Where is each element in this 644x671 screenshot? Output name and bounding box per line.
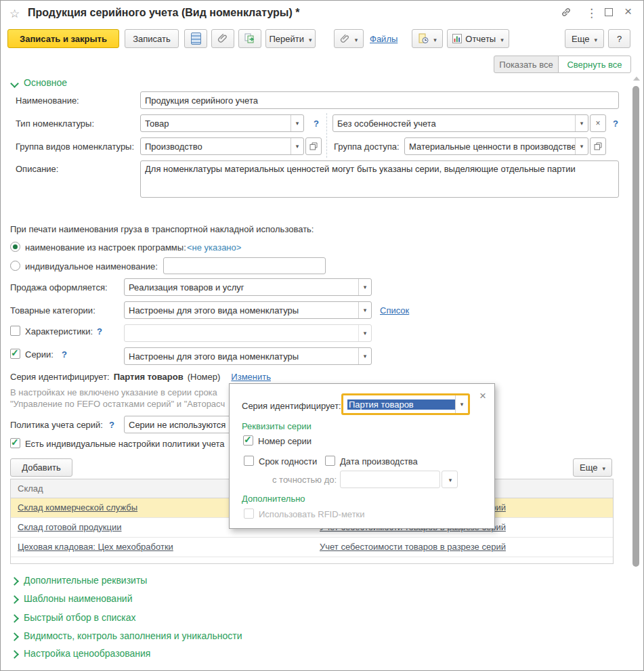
access-group-label: Группа доступа: [334, 142, 400, 152]
show-all-button[interactable]: Показать все [494, 56, 559, 73]
characteristics-help-icon[interactable]: ? [97, 326, 102, 337]
accounting-help-icon[interactable]: ? [613, 118, 618, 129]
section-additional-requisites[interactable]: Дополнительные реквизиты [24, 575, 147, 586]
section-expand-chevron-icon[interactable] [10, 650, 19, 659]
section-name-templates[interactable]: Шаблоны наименований [24, 593, 133, 604]
copy-create-based-button[interactable] [238, 29, 261, 48]
accounting-clear-button[interactable]: × [590, 114, 606, 132]
series-identifies-line: Серия идентифицирует: Партия товаров (Но… [10, 372, 271, 382]
cargo-radio-individual[interactable] [10, 261, 20, 271]
group-open-button[interactable] [305, 137, 322, 155]
series-note-line2: "Управление по FEFO остатками серий" и "… [10, 399, 225, 409]
type-combo[interactable]: Товар [140, 114, 304, 132]
categories-combo[interactable]: Настроены для этого вида номенклатуры [124, 301, 372, 319]
series-note-line1: В настройках не включено указание в сери… [10, 387, 217, 397]
warehouse-cell-link[interactable]: Цеховая кладовая: Цех мехобработки [18, 542, 173, 552]
warehouse-cell-link[interactable]: Склад коммерческой службы [18, 502, 137, 513]
close-window-icon[interactable]: × [624, 4, 632, 19]
popup-expiry-checkbox[interactable] [244, 456, 254, 466]
section-expand-chevron-icon[interactable] [10, 632, 19, 641]
name-input[interactable]: Продукция серийного учета [140, 91, 619, 109]
popup-group-additional: Дополнительно [242, 494, 305, 504]
policy-label: Политика учета серий: [10, 420, 103, 430]
section-collapse-chevron-icon[interactable] [10, 79, 19, 88]
chevron-down-icon[interactable] [291, 115, 303, 131]
chevron-down-icon[interactable] [575, 115, 588, 131]
series-checkbox[interactable] [10, 349, 20, 359]
chevron-down-icon[interactable] [358, 302, 371, 318]
access-group-open-button[interactable] [590, 137, 606, 155]
popup-precision-dropdown-button [442, 471, 458, 488]
popup-precision-combo-disabled [340, 471, 440, 488]
categories-list-link[interactable]: Список [380, 305, 409, 316]
accounting-combo[interactable]: Без особенностей учета [332, 114, 588, 132]
add-button[interactable]: Добавить [10, 458, 72, 477]
popup-series-identifies-value: Партия товаров [347, 399, 455, 410]
chevron-down-icon[interactable] [455, 395, 468, 413]
more-dropdown-button[interactable]: Еще [565, 29, 604, 48]
section-expand-chevron-icon[interactable] [10, 595, 19, 604]
cargo-radio-program-label: наименование из настроек программы: [25, 242, 186, 253]
chevron-down-icon [358, 325, 371, 341]
individual-name-input[interactable] [163, 257, 326, 274]
series-label: Серии: [25, 349, 53, 360]
save-and-close-button[interactable]: Записать и закрыть [7, 29, 119, 48]
collapse-all-button[interactable]: Свернуть все [558, 56, 631, 73]
chevron-down-icon[interactable] [358, 279, 371, 295]
section-visibility-control[interactable]: Видимость, контроль заполнения и уникаль… [24, 630, 242, 641]
policy-cell-link[interactable]: Учет себестоимости товаров в разрезе сер… [320, 542, 506, 552]
popup-serial-number-checkbox[interactable] [243, 435, 253, 446]
attachments-button[interactable] [211, 29, 234, 48]
attach-file-dropdown-button[interactable] [334, 29, 364, 48]
table-more-dropdown-button[interactable]: Еще [573, 458, 612, 477]
characteristics-checkbox[interactable] [10, 326, 20, 336]
vertical-scrollbar-thumb[interactable] [632, 86, 639, 567]
sale-combo[interactable]: Реализация товаров и услуг [124, 278, 372, 296]
table-row[interactable]: Цеховая кладовая: Цех мехобработки Учет … [11, 538, 613, 557]
section-pricing-settings[interactable]: Настройка ценообразования [24, 648, 150, 659]
help-button[interactable]: ? [608, 29, 630, 48]
registration-journal-button[interactable] [184, 29, 207, 48]
series-help-icon[interactable]: ? [62, 349, 67, 360]
cargo-radio-program[interactable] [10, 242, 20, 252]
popup-close-icon[interactable]: × [479, 389, 486, 403]
paperclip-icon [340, 34, 350, 44]
get-link-icon[interactable] [560, 6, 572, 18]
save-button[interactable]: Записать [125, 29, 179, 48]
window-menu-kebab-icon[interactable]: ⋮ [586, 6, 597, 20]
column-divider [326, 113, 327, 158]
scrollbar-up-arrow-icon[interactable] [633, 77, 640, 81]
popup-series-identifies-combo[interactable]: Партия товаров [341, 393, 470, 415]
goto-dropdown-button[interactable]: Перейти [265, 29, 316, 48]
individual-settings-checkbox[interactable] [10, 438, 20, 448]
series-combo[interactable]: Настроены для этого вида номенклатуры [124, 347, 372, 365]
group-combo[interactable]: Производство [140, 137, 304, 155]
name-label: Наименование: [16, 95, 79, 106]
restore-window-icon[interactable] [605, 8, 613, 16]
popup-production-date-checkbox[interactable] [325, 456, 335, 466]
warehouse-cell-link[interactable]: Склад готовой продукции [18, 522, 122, 532]
history-dropdown-button[interactable] [412, 29, 443, 48]
policy-help-icon[interactable]: ? [109, 420, 114, 430]
files-link[interactable]: Файлы [370, 34, 398, 44]
app-window: ☆ Продукция серийного учета (Вид номенкл… [0, 0, 644, 671]
journal-icon [191, 33, 201, 45]
description-textarea[interactable]: Для номенклатуры материальных ценностей … [140, 160, 619, 198]
section-expand-chevron-icon[interactable] [10, 577, 19, 586]
access-group-combo[interactable]: Материальные ценности в производстве [404, 137, 588, 155]
popup-production-date-label: Дата производства [340, 456, 418, 467]
popup-series-identifies-label: Серия идентифицирует: [242, 401, 341, 411]
favorite-star-icon[interactable]: ☆ [9, 7, 20, 21]
chevron-down-icon[interactable] [575, 138, 588, 154]
section-quick-filter[interactable]: Быстрый отбор в списках [24, 612, 136, 623]
reports-dropdown-button[interactable]: Отчеты [447, 29, 509, 48]
chevron-down-icon[interactable] [291, 138, 303, 154]
section-osnovnoe-header[interactable]: Основное [24, 77, 67, 88]
section-expand-chevron-icon[interactable] [10, 614, 19, 623]
type-help-icon[interactable]: ? [314, 118, 319, 129]
chevron-down-icon [601, 462, 605, 473]
cargo-not-specified-link[interactable]: <не указано> [187, 242, 241, 253]
series-change-link[interactable]: Изменить [231, 372, 271, 382]
chevron-down-icon[interactable] [358, 348, 371, 364]
chevron-down-icon [593, 34, 597, 44]
